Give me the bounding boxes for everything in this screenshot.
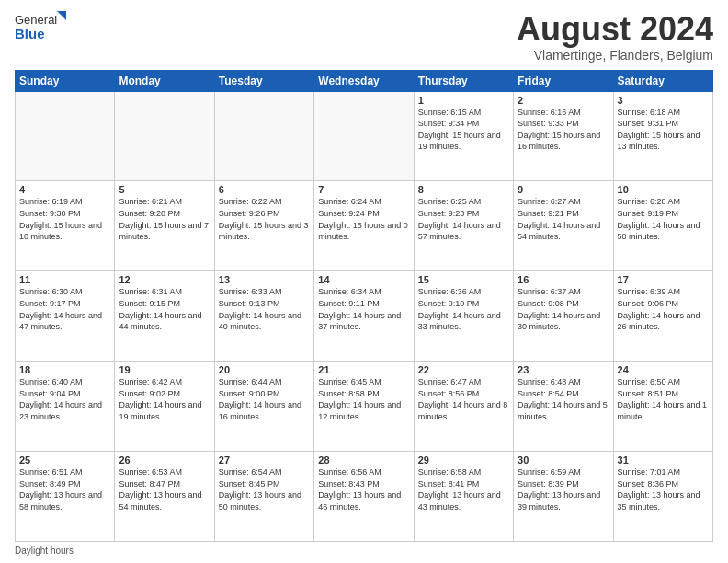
day-number: 23 — [518, 364, 609, 375]
calendar-cell: 19Sunrise: 6:42 AM Sunset: 9:02 PM Dayli… — [115, 362, 214, 452]
calendar-cell: 24Sunrise: 6:50 AM Sunset: 8:51 PM Dayli… — [613, 362, 712, 452]
day-number: 2 — [518, 95, 609, 106]
day-info: Sunrise: 6:45 AM Sunset: 8:58 PM Dayligh… — [318, 376, 409, 422]
day-number: 4 — [19, 184, 110, 195]
title-block: August 2024 Vlamertinge, Flanders, Belgi… — [517, 11, 713, 63]
day-number: 5 — [119, 184, 210, 195]
day-info: Sunrise: 6:34 AM Sunset: 9:11 PM Dayligh… — [318, 286, 409, 332]
day-info: Sunrise: 6:53 AM Sunset: 8:47 PM Dayligh… — [119, 466, 210, 512]
day-info: Sunrise: 6:15 AM Sunset: 9:34 PM Dayligh… — [418, 107, 509, 153]
day-info: Sunrise: 6:44 AM Sunset: 9:00 PM Dayligh… — [219, 376, 310, 422]
calendar-cell: 21Sunrise: 6:45 AM Sunset: 8:58 PM Dayli… — [314, 362, 414, 452]
calendar-cell: 1Sunrise: 6:15 AM Sunset: 9:34 PM Daylig… — [414, 91, 513, 181]
day-number: 8 — [418, 184, 509, 195]
logo-icon: GeneralBlue — [15, 11, 70, 44]
day-header-sunday: Sunday — [16, 70, 115, 91]
day-number: 18 — [19, 364, 110, 375]
svg-marker-2 — [57, 11, 66, 20]
day-info: Sunrise: 6:40 AM Sunset: 9:04 PM Dayligh… — [19, 376, 110, 422]
day-number: 19 — [119, 364, 210, 375]
calendar-cell: 20Sunrise: 6:44 AM Sunset: 9:00 PM Dayli… — [214, 362, 313, 452]
day-number: 7 — [318, 184, 409, 195]
calendar-cell: 17Sunrise: 6:39 AM Sunset: 9:06 PM Dayli… — [613, 271, 712, 362]
day-number: 12 — [119, 274, 210, 285]
day-info: Sunrise: 6:28 AM Sunset: 9:19 PM Dayligh… — [618, 196, 709, 242]
day-number: 16 — [518, 274, 609, 285]
calendar-week-1: 1Sunrise: 6:15 AM Sunset: 9:34 PM Daylig… — [16, 91, 713, 181]
calendar-location: Vlamertinge, Flanders, Belgium — [517, 48, 713, 63]
day-header-thursday: Thursday — [414, 70, 513, 91]
calendar-cell: 27Sunrise: 6:54 AM Sunset: 8:45 PM Dayli… — [214, 452, 313, 542]
calendar-cell: 7Sunrise: 6:24 AM Sunset: 9:24 PM Daylig… — [314, 181, 414, 271]
day-number: 26 — [119, 454, 210, 465]
calendar-header-row: SundayMondayTuesdayWednesdayThursdayFrid… — [16, 70, 713, 91]
day-number: 21 — [318, 364, 409, 375]
calendar-cell: 9Sunrise: 6:27 AM Sunset: 9:21 PM Daylig… — [514, 181, 613, 271]
day-info: Sunrise: 6:31 AM Sunset: 9:15 PM Dayligh… — [119, 286, 210, 332]
day-number: 28 — [318, 454, 409, 465]
svg-text:Blue: Blue — [15, 26, 45, 41]
calendar-title: August 2024 — [517, 11, 713, 48]
svg-text:General: General — [15, 13, 57, 27]
day-info: Sunrise: 6:21 AM Sunset: 9:28 PM Dayligh… — [119, 196, 210, 242]
day-info: Sunrise: 6:33 AM Sunset: 9:13 PM Dayligh… — [219, 286, 310, 332]
day-info: Sunrise: 6:18 AM Sunset: 9:31 PM Dayligh… — [618, 107, 709, 153]
page: GeneralBlue August 2024 Vlamertinge, Fla… — [0, 0, 728, 563]
day-number: 20 — [219, 364, 310, 375]
calendar-cell: 11Sunrise: 6:30 AM Sunset: 9:17 PM Dayli… — [16, 271, 115, 362]
day-info: Sunrise: 6:54 AM Sunset: 8:45 PM Dayligh… — [219, 466, 310, 512]
calendar-cell: 3Sunrise: 6:18 AM Sunset: 9:31 PM Daylig… — [613, 91, 712, 181]
day-header-friday: Friday — [514, 70, 613, 91]
calendar-cell: 14Sunrise: 6:34 AM Sunset: 9:11 PM Dayli… — [314, 271, 414, 362]
calendar-week-2: 4Sunrise: 6:19 AM Sunset: 9:30 PM Daylig… — [16, 181, 713, 271]
calendar-cell — [16, 91, 115, 181]
day-number: 10 — [618, 184, 709, 195]
day-info: Sunrise: 6:59 AM Sunset: 8:39 PM Dayligh… — [518, 466, 609, 512]
calendar-cell: 23Sunrise: 6:48 AM Sunset: 8:54 PM Dayli… — [514, 362, 613, 452]
day-number: 17 — [618, 274, 709, 285]
day-info: Sunrise: 6:22 AM Sunset: 9:26 PM Dayligh… — [219, 196, 310, 242]
day-number: 3 — [618, 95, 709, 106]
day-info: Sunrise: 6:58 AM Sunset: 8:41 PM Dayligh… — [418, 466, 509, 512]
day-number: 13 — [219, 274, 310, 285]
day-info: Sunrise: 6:48 AM Sunset: 8:54 PM Dayligh… — [518, 376, 609, 422]
day-number: 15 — [418, 274, 509, 285]
day-number: 14 — [318, 274, 409, 285]
day-info: Sunrise: 6:19 AM Sunset: 9:30 PM Dayligh… — [19, 196, 110, 242]
day-info: Sunrise: 6:30 AM Sunset: 9:17 PM Dayligh… — [19, 286, 110, 332]
calendar-cell: 29Sunrise: 6:58 AM Sunset: 8:41 PM Dayli… — [414, 452, 513, 542]
day-number: 9 — [518, 184, 609, 195]
calendar-cell — [115, 91, 214, 181]
day-number: 27 — [219, 454, 310, 465]
calendar-week-3: 11Sunrise: 6:30 AM Sunset: 9:17 PM Dayli… — [16, 271, 713, 362]
calendar-cell: 26Sunrise: 6:53 AM Sunset: 8:47 PM Dayli… — [115, 452, 214, 542]
calendar-cell: 16Sunrise: 6:37 AM Sunset: 9:08 PM Dayli… — [514, 271, 613, 362]
day-info: Sunrise: 6:39 AM Sunset: 9:06 PM Dayligh… — [618, 286, 709, 332]
day-header-monday: Monday — [115, 70, 214, 91]
calendar-table: SundayMondayTuesdayWednesdayThursdayFrid… — [15, 70, 713, 542]
day-info: Sunrise: 6:37 AM Sunset: 9:08 PM Dayligh… — [518, 286, 609, 332]
calendar-cell: 13Sunrise: 6:33 AM Sunset: 9:13 PM Dayli… — [214, 271, 313, 362]
calendar-cell: 18Sunrise: 6:40 AM Sunset: 9:04 PM Dayli… — [16, 362, 115, 452]
calendar-cell: 31Sunrise: 7:01 AM Sunset: 8:36 PM Dayli… — [613, 452, 712, 542]
calendar-cell: 12Sunrise: 6:31 AM Sunset: 9:15 PM Dayli… — [115, 271, 214, 362]
header: GeneralBlue August 2024 Vlamertinge, Fla… — [15, 11, 713, 63]
day-number: 1 — [418, 95, 509, 106]
footer-note: Daylight hours — [15, 546, 713, 556]
day-info: Sunrise: 6:36 AM Sunset: 9:10 PM Dayligh… — [418, 286, 509, 332]
day-info: Sunrise: 6:56 AM Sunset: 8:43 PM Dayligh… — [318, 466, 409, 512]
calendar-cell: 15Sunrise: 6:36 AM Sunset: 9:10 PM Dayli… — [414, 271, 513, 362]
day-info: Sunrise: 6:16 AM Sunset: 9:33 PM Dayligh… — [518, 107, 609, 153]
day-number: 30 — [518, 454, 609, 465]
day-number: 6 — [219, 184, 310, 195]
logo: GeneralBlue — [15, 11, 70, 44]
calendar-cell: 28Sunrise: 6:56 AM Sunset: 8:43 PM Dayli… — [314, 452, 414, 542]
day-header-tuesday: Tuesday — [214, 70, 313, 91]
day-info: Sunrise: 6:24 AM Sunset: 9:24 PM Dayligh… — [318, 196, 409, 242]
day-info: Sunrise: 7:01 AM Sunset: 8:36 PM Dayligh… — [618, 466, 709, 512]
day-info: Sunrise: 6:47 AM Sunset: 8:56 PM Dayligh… — [418, 376, 509, 422]
calendar-cell: 5Sunrise: 6:21 AM Sunset: 9:28 PM Daylig… — [115, 181, 214, 271]
day-number: 25 — [19, 454, 110, 465]
day-info: Sunrise: 6:27 AM Sunset: 9:21 PM Dayligh… — [518, 196, 609, 242]
calendar-cell: 4Sunrise: 6:19 AM Sunset: 9:30 PM Daylig… — [16, 181, 115, 271]
